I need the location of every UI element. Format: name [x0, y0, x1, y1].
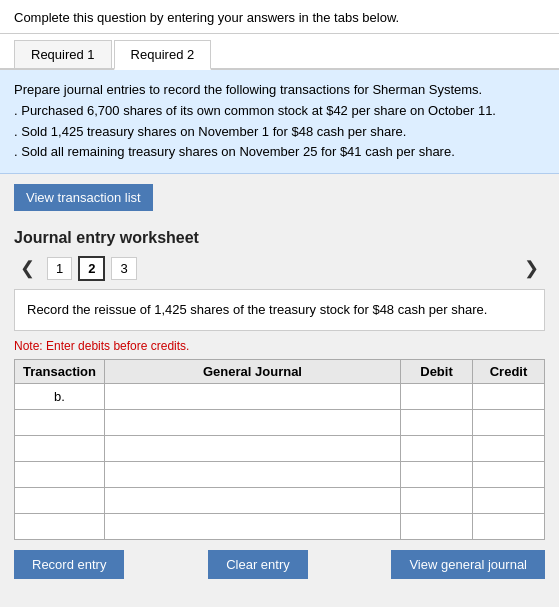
- header-instruction-text: Complete this question by entering your …: [14, 10, 399, 25]
- view-transaction-button[interactable]: View transaction list: [14, 184, 153, 211]
- worksheet-section: Journal entry worksheet ❮ 1 2 3 ❯ Record…: [0, 221, 559, 540]
- row2-credit[interactable]: [473, 409, 545, 435]
- row1-debit[interactable]: [401, 383, 473, 409]
- row4-debit[interactable]: [401, 461, 473, 487]
- col-header-general-journal: General Journal: [105, 359, 401, 383]
- row3-credit-input[interactable]: [473, 436, 544, 461]
- col-header-transaction: Transaction: [15, 359, 105, 383]
- description-text: Record the reissue of 1,425 shares of th…: [27, 302, 487, 317]
- row6-gj-input[interactable]: [105, 514, 400, 539]
- step-2[interactable]: 2: [78, 256, 105, 281]
- prev-step-arrow[interactable]: ❮: [14, 255, 41, 281]
- row5-debit[interactable]: [401, 487, 473, 513]
- description-box: Record the reissue of 1,425 shares of th…: [14, 289, 545, 331]
- row5-debit-input[interactable]: [401, 488, 472, 513]
- row1-debit-input[interactable]: [401, 384, 472, 409]
- row5-gj-input[interactable]: [105, 488, 400, 513]
- row1-credit-input[interactable]: [473, 384, 544, 409]
- note-text: Note: Enter debits before credits.: [14, 339, 545, 353]
- row3-credit[interactable]: [473, 435, 545, 461]
- col-header-debit: Debit: [401, 359, 473, 383]
- row4-debit-input[interactable]: [401, 462, 472, 487]
- row1-credit[interactable]: [473, 383, 545, 409]
- row4-general-journal[interactable]: [105, 461, 401, 487]
- row4-credit[interactable]: [473, 461, 545, 487]
- row5-credit[interactable]: [473, 487, 545, 513]
- row2-general-journal[interactable]: [105, 409, 401, 435]
- row2-gj-input[interactable]: [105, 410, 400, 435]
- header-instruction-box: Complete this question by entering your …: [0, 0, 559, 34]
- table-row: [15, 461, 545, 487]
- step-nav: ❮ 1 2 3 ❯: [14, 255, 545, 281]
- journal-table: Transaction General Journal Debit Credit…: [14, 359, 545, 540]
- row5-transaction: [15, 487, 105, 513]
- table-row: [15, 487, 545, 513]
- row6-credit[interactable]: [473, 513, 545, 539]
- row2-debit-input[interactable]: [401, 410, 472, 435]
- view-general-journal-button[interactable]: View general journal: [391, 550, 545, 579]
- row5-general-journal[interactable]: [105, 487, 401, 513]
- row2-credit-input[interactable]: [473, 410, 544, 435]
- row3-general-journal[interactable]: [105, 435, 401, 461]
- row5-credit-input[interactable]: [473, 488, 544, 513]
- info-transaction-1: . Purchased 6,700 shares of its own comm…: [14, 101, 545, 122]
- row1-general-journal[interactable]: [105, 383, 401, 409]
- row6-general-journal[interactable]: [105, 513, 401, 539]
- row2-transaction: [15, 409, 105, 435]
- row3-debit-input[interactable]: [401, 436, 472, 461]
- next-step-arrow[interactable]: ❯: [518, 255, 545, 281]
- row4-credit-input[interactable]: [473, 462, 544, 487]
- clear-entry-button[interactable]: Clear entry: [208, 550, 308, 579]
- table-row: [15, 513, 545, 539]
- record-entry-button[interactable]: Record entry: [14, 550, 124, 579]
- tab-required-1[interactable]: Required 1: [14, 40, 112, 68]
- table-row: [15, 435, 545, 461]
- bottom-buttons: Record entry Clear entry View general jo…: [0, 540, 559, 589]
- step-1[interactable]: 1: [47, 257, 72, 280]
- info-transaction-3: . Sold all remaining treasury shares on …: [14, 142, 545, 163]
- row6-credit-input[interactable]: [473, 514, 544, 539]
- row3-transaction: [15, 435, 105, 461]
- row1-transaction: b.: [15, 383, 105, 409]
- row3-debit[interactable]: [401, 435, 473, 461]
- row6-debit[interactable]: [401, 513, 473, 539]
- row1-gj-input[interactable]: [105, 384, 400, 409]
- row6-transaction: [15, 513, 105, 539]
- row4-transaction: [15, 461, 105, 487]
- col-header-credit: Credit: [473, 359, 545, 383]
- row4-gj-input[interactable]: [105, 462, 400, 487]
- info-transaction-2: . Sold 1,425 treasury shares on November…: [14, 122, 545, 143]
- row2-debit[interactable]: [401, 409, 473, 435]
- info-box: Prepare journal entries to record the fo…: [0, 70, 559, 174]
- tabs-bar: Required 1 Required 2: [0, 34, 559, 70]
- row6-debit-input[interactable]: [401, 514, 472, 539]
- step-3[interactable]: 3: [111, 257, 136, 280]
- table-row: b.: [15, 383, 545, 409]
- table-row: [15, 409, 545, 435]
- row3-gj-input[interactable]: [105, 436, 400, 461]
- worksheet-title: Journal entry worksheet: [14, 229, 545, 247]
- info-intro: Prepare journal entries to record the fo…: [14, 80, 545, 101]
- tab-required-2[interactable]: Required 2: [114, 40, 212, 70]
